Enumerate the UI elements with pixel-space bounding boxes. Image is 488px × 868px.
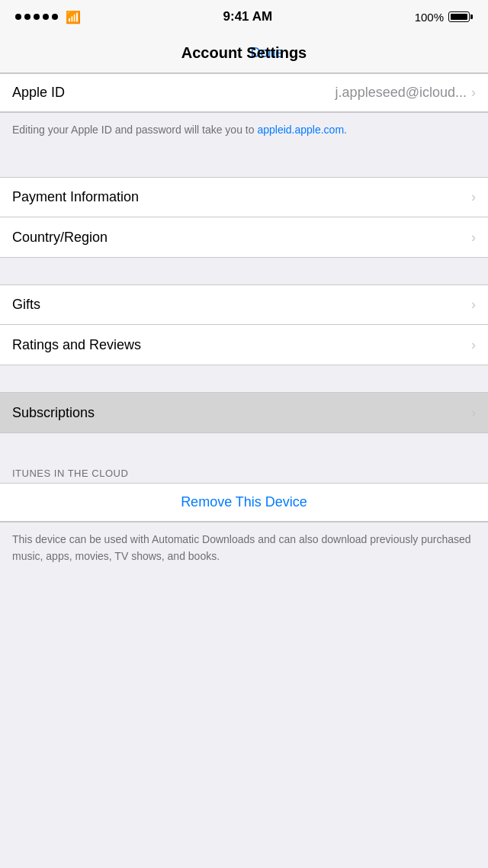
- remove-device-section: Remove This Device: [0, 483, 488, 522]
- subscriptions-label: Subscriptions: [12, 405, 95, 421]
- country-region-label: Country/Region: [12, 230, 108, 246]
- battery-tip: [470, 14, 473, 19]
- apple-id-info-block: Editing your Apple ID and password will …: [0, 113, 488, 150]
- status-left: 📶: [15, 10, 81, 24]
- apple-id-value: j.appleseed@icloud...: [336, 85, 467, 101]
- ratings-reviews-row[interactable]: Ratings and Reviews ›: [0, 325, 488, 365]
- signal-dot-3: [34, 14, 40, 20]
- apple-id-info-text: Editing your Apple ID and password will …: [12, 124, 347, 136]
- apple-id-label: Apple ID: [12, 85, 65, 101]
- payment-information-row[interactable]: Payment Information ›: [0, 178, 488, 217]
- payment-information-label: Payment Information: [12, 189, 139, 205]
- gap-2: [0, 258, 488, 285]
- signal-dot-2: [24, 14, 30, 20]
- gifts-chevron-icon: ›: [471, 297, 476, 313]
- gap-4: [0, 433, 488, 460]
- wifi-icon: 📶: [66, 10, 81, 24]
- itunes-cloud-header-text: iTunes in the Cloud: [12, 468, 128, 479]
- nav-bar: Account Settings Done: [0, 34, 488, 73]
- apple-id-link[interactable]: appleid.apple.com: [257, 124, 344, 136]
- payment-chevron-icon: ›: [471, 189, 476, 205]
- itunes-cloud-header: iTunes in the Cloud: [0, 460, 488, 483]
- country-chevron-icon: ›: [471, 230, 476, 246]
- battery-fill: [451, 14, 467, 20]
- battery-percent: 100%: [415, 11, 444, 24]
- subscriptions-section: Subscriptions ›: [0, 392, 488, 433]
- apple-id-value-wrap: j.appleseed@icloud... ›: [336, 85, 476, 101]
- battery-icon: [448, 11, 473, 22]
- status-right: 100%: [415, 11, 473, 24]
- device-description-block: This device can be used with Automatic D…: [0, 522, 488, 580]
- page-title: Account Settings: [181, 44, 307, 62]
- gap-1: [0, 150, 488, 177]
- info-text-suffix: .: [344, 124, 347, 136]
- battery-body: [448, 11, 470, 22]
- gifts-section: Gifts › Ratings and Reviews ›: [0, 285, 488, 365]
- signal-dots: [15, 14, 58, 20]
- country-region-row[interactable]: Country/Region ›: [0, 217, 488, 257]
- signal-dot-1: [15, 14, 21, 20]
- gap-3: [0, 365, 488, 392]
- chevron-icon: ›: [471, 85, 476, 101]
- gifts-label: Gifts: [12, 297, 40, 313]
- status-bar: 📶 9:41 AM 100%: [0, 0, 488, 34]
- subscriptions-chevron-icon: ›: [471, 405, 476, 421]
- device-description-text: This device can be used with Automatic D…: [12, 533, 471, 562]
- apple-id-row[interactable]: Apple ID j.appleseed@icloud... ›: [0, 74, 488, 112]
- remove-device-button[interactable]: Remove This Device: [0, 484, 488, 522]
- gifts-row[interactable]: Gifts ›: [0, 285, 488, 325]
- subscriptions-row[interactable]: Subscriptions ›: [0, 393, 488, 432]
- info-text-prefix: Editing your Apple ID and password will …: [12, 124, 257, 136]
- payment-section: Payment Information › Country/Region ›: [0, 177, 488, 258]
- signal-dot-4: [43, 14, 49, 20]
- ratings-reviews-label: Ratings and Reviews: [12, 337, 141, 353]
- signal-dot-5: [52, 14, 58, 20]
- apple-id-section: Apple ID j.appleseed@icloud... ›: [0, 73, 488, 113]
- ratings-chevron-icon: ›: [471, 337, 476, 353]
- status-time: 9:41 AM: [223, 9, 273, 24]
